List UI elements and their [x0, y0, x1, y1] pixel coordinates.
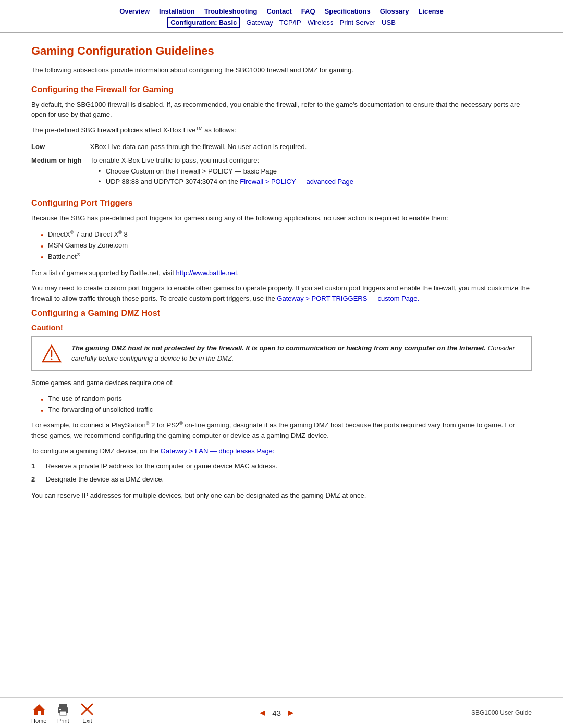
page-title: Gaming Configuration Guidelines	[31, 44, 532, 58]
bullet-directx: DirectX® 7 and Direct X® 8	[42, 229, 532, 240]
caution-italic-text: The gaming DMZ host is not protected by …	[71, 344, 486, 352]
firewall-para1: By default, the SBG1000 firewall is disa…	[31, 100, 532, 120]
dmz-step-2: 2 Designate the device as a DMZ device.	[31, 474, 532, 485]
prev-arrow[interactable]: ◄	[258, 708, 267, 719]
policy-bullets-medium: Choose Custom on the Firewall > POLICY —…	[99, 166, 528, 187]
nav-row2: Configuration: Basic Gateway TCP/IP Wire…	[0, 17, 563, 28]
policy-text-low: XBox Live data can pass through the fire…	[90, 140, 532, 154]
nav-glossary[interactable]: Glossary	[380, 7, 409, 15]
footer-exit[interactable]: Exit	[80, 702, 94, 724]
caution-heading: Caution!	[31, 323, 532, 332]
policy-bullet-1: UDP 88:88 and UDP/TCP 3074:3074 on the F…	[99, 177, 528, 187]
warning-triangle-icon	[42, 344, 62, 364]
policy-label-medium: Medium or high	[31, 154, 90, 190]
svg-marker-3	[33, 704, 45, 715]
dmz-bullet-0: The use of random ports	[42, 393, 532, 404]
nav-config-box: Configuration: Basic	[167, 17, 240, 28]
dmz-para1-em: one	[153, 379, 164, 387]
dmz-para1-prefix: Some games and game devices require	[31, 379, 153, 387]
dmz-bullets: The use of random ports The forwarding o…	[42, 393, 532, 415]
dmz-step-1: 1 Reserve a private IP address for the c…	[31, 461, 532, 472]
dmz-bullet-1: The forwarding of unsolicited traffic	[42, 404, 532, 415]
main-content: Gaming Configuration Guidelines The foll…	[0, 33, 563, 697]
svg-rect-7	[59, 709, 61, 710]
firewall-para2-prefix: The pre-defined SBG firewall policies af…	[31, 126, 196, 134]
nav-row1: Overview Installation Troubleshooting Co…	[0, 7, 563, 15]
dmz-para1: Some games and game devices require one …	[31, 378, 532, 388]
firewall-para2-suffix: as follows:	[203, 126, 236, 134]
dmz-para1-suffix: of:	[164, 379, 174, 387]
port-triggers-para1: Because the SBG has pre-defined port tri…	[31, 213, 532, 224]
port-triggers-para3: You may need to create custom port trigg…	[31, 283, 532, 303]
port-triggers-para2-prefix: For a list of games supported by Battle.…	[31, 269, 176, 277]
nav-contact[interactable]: Contact	[266, 7, 291, 15]
policy-bullet-1-prefix: UDP 88:88 and UDP/TCP 3074:3074 on the	[106, 178, 240, 186]
dmz-para4: You can reserve IP addresses for multipl…	[31, 490, 532, 501]
dmz-para2: For example, to connect a PlayStation® 2…	[31, 420, 532, 440]
step-num-2: 2	[31, 474, 40, 485]
bullet-msn: MSN Games by Zone.com	[42, 240, 532, 251]
nav-troubleshooting[interactable]: Troubleshooting	[204, 7, 258, 15]
footer-print-label: Print	[57, 718, 69, 724]
footer: Home Print Exit ◄	[0, 697, 563, 728]
tm-sup: TM	[196, 126, 203, 131]
nav-faq[interactable]: FAQ	[301, 7, 315, 15]
nav-printserver[interactable]: Print Server	[339, 19, 375, 27]
svg-point-2	[51, 359, 53, 360]
heading-dmz: Configuring a Gaming DMZ Host	[31, 309, 532, 318]
nav-tcpip[interactable]: TCP/IP	[279, 19, 301, 27]
dmz-para3-prefix: To configure a gaming DMZ device, on the	[31, 447, 161, 455]
dmz-sup2: ®	[179, 421, 183, 426]
policy-row-medium: Medium or high To enable X-Box Live traf…	[31, 154, 532, 190]
heading-firewall: Configuring the Firewall for Gaming	[31, 85, 532, 94]
firewall-para2: The pre-defined SBG firewall policies af…	[31, 125, 532, 135]
port-triggers-link[interactable]: Gateway > PORT TRIGGERS — custom Page.	[277, 294, 419, 302]
footer-page: ◄ 43 ►	[94, 708, 459, 719]
nav-overview[interactable]: Overview	[119, 7, 150, 15]
dmz-para2-prefix: For example, to connect a PlayStation	[31, 422, 146, 429]
nav-installation[interactable]: Installation	[159, 7, 195, 15]
nav-license[interactable]: License	[418, 7, 443, 15]
nav-gateway[interactable]: Gateway	[246, 19, 273, 27]
caution-box: The gaming DMZ host is not protected by …	[31, 336, 532, 371]
exit-icon	[80, 702, 94, 717]
footer-home-label: Home	[31, 718, 46, 724]
step-text-1: Reserve a private IP address for the com…	[46, 461, 277, 472]
nav-config-label: Configuration:	[170, 19, 217, 27]
nav-specifications[interactable]: Specifications	[325, 7, 371, 15]
policy-table: Low XBox Live data can pass through the …	[31, 140, 532, 189]
next-arrow[interactable]: ►	[286, 708, 296, 719]
step-num-1: 1	[31, 461, 40, 472]
intro-text: The following subsections provide inform…	[31, 65, 532, 76]
home-icon	[32, 702, 46, 717]
caution-icon	[40, 344, 63, 364]
policy-bullet-0: Choose Custom on the Firewall > POLICY —…	[99, 166, 528, 177]
dmz-para2-mid: 2 for PS2	[149, 422, 179, 429]
print-icon	[56, 702, 70, 717]
footer-guide-title: SBG1000 User Guide	[459, 709, 532, 717]
dmz-dhcp-link[interactable]: Gateway > LAN — dhcp leases Page:	[161, 447, 275, 455]
battlenet-link[interactable]: http://www.battle.net.	[176, 269, 239, 277]
footer-print[interactable]: Print	[56, 702, 70, 724]
step-text-2: Designate the device as a DMZ device.	[46, 474, 164, 485]
port-triggers-para2: For a list of games supported by Battle.…	[31, 268, 532, 278]
bullet-battlenet: Battle.net®	[42, 251, 532, 263]
policy-text-medium-text: To enable X-Box Live traffic to pass, yo…	[90, 156, 259, 164]
footer-icons: Home Print Exit	[31, 702, 94, 724]
policy-advanced-link[interactable]: Firewall > POLICY — advanced Page	[240, 178, 353, 186]
policy-label-low: Low	[31, 140, 90, 154]
svg-rect-6	[60, 711, 66, 715]
dmz-numbered-list: 1 Reserve a private IP address for the c…	[31, 461, 532, 485]
page-number: 43	[272, 709, 281, 718]
policy-text-medium: To enable X-Box Live traffic to pass, yo…	[90, 154, 532, 190]
nav-basic[interactable]: Basic	[219, 19, 237, 27]
heading-port-triggers: Configuring Port Triggers	[31, 199, 532, 208]
nav-usb[interactable]: USB	[382, 19, 396, 27]
policy-row-low: Low XBox Live data can pass through the …	[31, 140, 532, 154]
nav-wireless[interactable]: Wireless	[308, 19, 334, 27]
footer-exit-label: Exit	[82, 718, 92, 724]
footer-home[interactable]: Home	[31, 702, 46, 724]
navigation: Overview Installation Troubleshooting Co…	[0, 0, 563, 33]
port-triggers-bullets: DirectX® 7 and Direct X® 8 MSN Games by …	[42, 229, 532, 263]
dmz-para3: To configure a gaming DMZ device, on the…	[31, 446, 532, 456]
